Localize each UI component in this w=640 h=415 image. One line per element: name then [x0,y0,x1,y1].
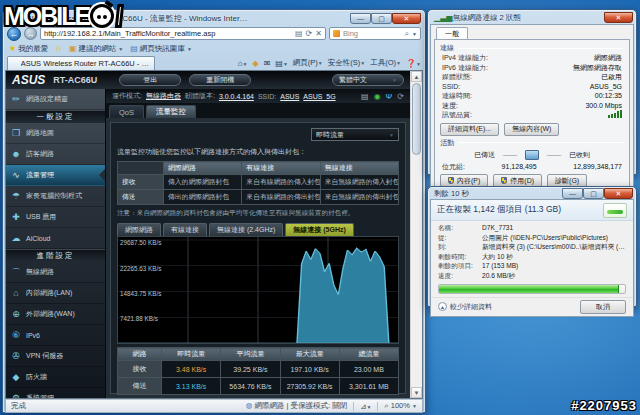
reboot-button[interactable]: 重新開機 [189,74,251,86]
y-tick-label: 22265.63 KB/s [120,265,161,272]
less-details-toggle[interactable]: ▲較少詳細資料 [438,302,492,312]
stop-icon[interactable]: ✕ [315,29,322,38]
sidebar-item-network-map[interactable]: ❒ 網路地圖 [6,123,105,144]
table-row: 接收 傳入的網際網路封包 來自有線網路的傳入封包 來自無線網路的傳入封包 [118,175,399,190]
guest-network-icon: ☻ [10,149,22,159]
browser-tab[interactable]: ASUS Wireless Router RT-AC66U - 流量監控:... [7,56,155,70]
home-lan-icon: ⌂ [10,288,22,298]
search-dropdown-icon[interactable]: ▼ [412,31,417,37]
globe-icon: ⊕ [10,309,22,319]
printer-icon[interactable]: ▤ [361,92,369,101]
view-mode-select[interactable]: 即時流量▼ [311,128,399,141]
sent-label: 已傳送 [474,150,495,160]
scrollbar-thumb[interactable] [412,83,421,155]
favorites-button[interactable]: ★ 我的最愛 [9,44,48,54]
post-id-watermark: #2207953 [571,398,637,413]
sidebar-item-ipv6[interactable]: ⑥ IPv6 [6,325,105,346]
sidebar-item-usb-application[interactable]: ✚ USB 應用 [6,207,105,228]
subtab-wireless-5[interactable]: 無線連接 (5GHz) [285,223,354,236]
firmware-value[interactable]: 3.0.0.4.164 [219,93,254,100]
tab-qos[interactable]: QoS [109,105,144,118]
internet-status-icon[interactable]: ◉ [374,92,381,101]
window-controls: — ▢ ✕ [350,13,421,24]
tab-traffic-monitor[interactable]: 流量監控 [146,105,196,118]
sidebar-item-traffic-manager[interactable]: ∿ 流量管理 [6,165,105,186]
send-current-value: 3.13 KB/s [162,378,221,395]
subtab-wireless-24[interactable]: 無線連接 (2.4GHz) [209,223,283,236]
ssid-value-2[interactable]: ASUS_5G [303,93,335,100]
web-slices-button[interactable]: ▤ 網頁快訊圖庫 ▼ [130,44,192,54]
wifi-signal-icon: ▁▃▅ [434,13,452,22]
details-button[interactable]: 詳細資料(E)... [440,123,499,136]
sidebar-item-guest-network[interactable]: ☻ 訪客網路 [6,144,105,165]
ie-window: ASUS Wireless Router RT-AC66U - 流量監控 - W… [2,9,426,413]
tools-menu[interactable]: 工具(O)▼ [370,58,401,68]
copy-header-text: 正在複製 1,142 個項目 (11.3 GB) [437,204,599,216]
add-favorite-icon[interactable]: ✩ [55,44,62,53]
router-sidebar: ✏ 網路設定精靈 一般設定 ❒ 網路地圖 ☻ 訪客網路 ∿ 流量管理 [6,89,106,398]
subtab-wired[interactable]: 有線連接 [163,223,207,236]
feeds-button[interactable]: ◆ [252,59,258,68]
ie-status-bar: 完成 ◍ 網際網路 | 受保護模式: 關閉 ⊿▼ ⌕ 100% ▼ [5,399,423,413]
sidebar-item-administration[interactable]: ⚙ 系統管理 [6,388,105,398]
traffic-manager-tabs: QoS 流量監控 [106,103,410,118]
sidebar-item-quick-setup[interactable]: ✏ 網路設定精靈 [6,89,105,110]
compatibility-view-icon[interactable]: ▤ [295,29,303,38]
folder-icon: ▣ [69,44,77,53]
search-icon[interactable]: ⌕ [405,29,409,39]
maximize-button[interactable]: ▢ [371,13,392,24]
language-select[interactable]: 繁體中文▼ [332,74,404,86]
copy-close-button[interactable]: ✕ [604,188,633,199]
subtab-internet[interactable]: 網際網路 [117,223,161,236]
refresh-status-icon[interactable]: ⟳ [397,92,404,101]
asus-logo: ASUS [12,73,45,87]
sidebar-item-wireless[interactable]: ⌒ 無線網路 [6,262,105,283]
activity-group-label: 活動 [440,138,624,148]
home-button[interactable]: ⌂▼ [238,59,248,68]
sidebar-item-parental-control[interactable]: ☂ 家長電腦控制程式 [6,186,105,207]
mail-button[interactable]: ✉ [264,59,271,68]
print-button[interactable]: ▤▼ [275,59,288,68]
sidebar-item-lan[interactable]: ⌂ 內部網路(LAN) [6,283,105,304]
wifi-dialog-close-button[interactable]: ✕ [604,12,633,23]
ssid-value-1[interactable]: ASUS [280,93,299,100]
router-banner: ASUS RT-AC66U 登出 重新開機 繁體中文▼ [6,71,410,89]
tab-general[interactable]: 一般 [436,27,468,39]
zoom-level[interactable]: ⌕ 100% ▼ [384,401,417,411]
safety-menu[interactable]: 安全性(S)▼ [328,58,365,68]
cancel-button[interactable]: 取消 [580,300,626,314]
sidebar-item-vpn[interactable]: ✇ VPN 伺服器 [6,346,105,367]
help-menu[interactable]: ❓▼ [406,59,421,68]
wifi-dialog-titlebar[interactable]: ▁▃▅ 無線網路連線 2 狀態 ✕ [428,10,636,24]
uac-shield-icon [501,177,507,184]
bytes-row: 位元組: 91,128,495 12,899,348,177 [440,162,624,172]
close-button[interactable]: ✕ [392,13,421,24]
scroll-down-icon[interactable]: ▼ [411,387,422,398]
vertical-scrollbar[interactable]: ▲ ▼ [410,71,422,398]
copy-minimize-button[interactable]: — [562,188,583,199]
minimize-button[interactable]: — [350,13,371,24]
sidebar-item-wan[interactable]: ⊕ 外部網路(WAN) [6,304,105,325]
usb-status-icon[interactable]: Ψ [386,92,393,101]
copy-footer: ▲較少詳細資料 取消 [431,297,633,316]
mobile01-mascot-icon [90,4,114,28]
table-row: 傳送 3.13 KB/s 5634.76 KB/s 27305.92 KB/s … [118,378,399,395]
sidebar-item-firewall[interactable]: ◆ 防火牆 [6,367,105,388]
wireless-properties-button[interactable]: 無線內容(W) [504,123,559,136]
op-mode-value[interactable]: 無線路由器 [146,91,181,101]
zoom-select-icon[interactable]: ⊿▼ [360,402,371,411]
search-input[interactable]: Bing ⌕ ▼ [329,27,421,40]
table-row: 接收 3.48 KB/s 39.25 KB/s 197.10 KB/s 23.0… [118,361,399,378]
sidebar-header-general: 一般設定 [6,110,105,123]
logout-button[interactable]: 登出 [119,74,181,86]
refresh-icon[interactable]: ⟳ [306,29,313,38]
copy-dialog-titlebar[interactable]: 剩餘 10 秒 — ▢ ✕ [428,187,636,199]
copy-maximize-button[interactable]: ▢ [583,188,604,199]
scroll-up-icon[interactable]: ▲ [411,71,422,82]
browser-viewport: ASUS RT-AC66U 登出 重新開機 繁體中文▼ ✏ 網路設定精靈 一般設… [5,70,423,399]
sidebar-item-aicloud[interactable]: ☁ AiCloud [6,228,105,249]
wifi-icon: ⌒ [10,266,22,279]
page-menu[interactable]: 網頁(P)▼ [293,58,323,68]
network-map-icon: ❒ [10,128,22,138]
suggested-sites-button[interactable]: ▣ 建議的網站 ▼ [69,44,123,54]
